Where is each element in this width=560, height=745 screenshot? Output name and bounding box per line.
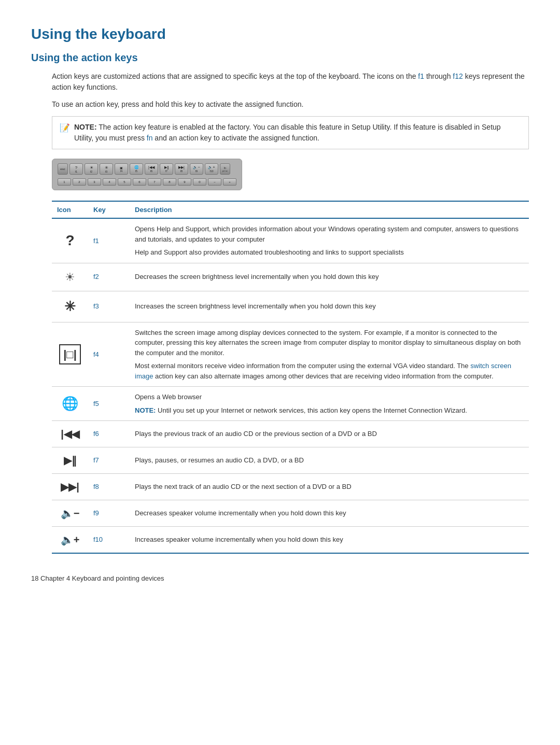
table-row: ?f1Opens Help and Support, which provide… <box>52 218 529 263</box>
icon-cell: ▶‖ <box>52 447 88 474</box>
table-row: 🌐f5Opens a Web browserNOTE: Until you se… <box>52 387 529 421</box>
desc-text: Plays, pauses, or resumes an audio CD, a… <box>135 455 524 466</box>
note-content: NOTE: The action key feature is enabled … <box>74 122 521 144</box>
desc-text: Plays the next track of an audio CD or t… <box>135 482 524 492</box>
table-row: ▶‖f7Plays, pauses, or resumes an audio C… <box>52 447 529 474</box>
num1-key: 1 <box>58 178 71 186</box>
key-cell: f9 <box>88 500 130 527</box>
icon-cell: |◀◀ <box>52 421 88 447</box>
key-cell: f5 <box>88 387 130 421</box>
table-row: ▶▶|f8Plays the next track of an audio CD… <box>52 474 529 500</box>
key-cell: f1 <box>88 218 130 263</box>
col-header-icon: Icon <box>52 201 88 218</box>
desc-cell: Plays, pauses, or resumes an audio CD, a… <box>130 447 529 474</box>
f9-key: 🔈−f9 <box>190 163 203 175</box>
num3-key: 3 <box>88 178 101 186</box>
desc-text: Plays the previous track of an audio CD … <box>135 429 524 439</box>
f6-key: |◀◀f6 <box>145 163 158 175</box>
desc-text: Switches the screen image among display … <box>135 328 524 382</box>
key-cell: f10 <box>88 527 130 554</box>
footer-text: 18 Chapter 4 Keyboard and pointing devic… <box>31 574 164 582</box>
key-cell: f4 <box>88 322 130 387</box>
desc-text: Decreases the screen brightness level in… <box>135 272 524 282</box>
table-row: 🔈−f9Decreases speaker volume incremental… <box>52 500 529 527</box>
icon-cell: ▶▶| <box>52 474 88 500</box>
icon-cell: |□| <box>52 322 88 387</box>
key-cell: f8 <box>88 474 130 500</box>
desc-text: Decreases speaker volume incrementally w… <box>135 508 524 518</box>
intro-paragraph-2: To use an action key, press and hold thi… <box>52 99 529 110</box>
plus-key: + <box>223 178 236 186</box>
f7-key: ▶‖f7 <box>160 163 173 175</box>
col-header-key: Key <box>88 201 130 218</box>
f2-key: ☀f2 <box>85 163 98 175</box>
note-label: NOTE: <box>74 123 97 131</box>
desc-cell: Decreases the screen brightness level in… <box>130 263 529 291</box>
desc-cell: Switches the screen image among display … <box>130 322 529 387</box>
content-block: Action keys are customized actions that … <box>52 71 529 554</box>
table-row: ☀f2Decreases the screen brightness level… <box>52 263 529 291</box>
minus-key: − <box>208 178 221 186</box>
f12-link[interactable]: f12 <box>453 72 463 80</box>
desc-cell: Plays the previous track of an audio CD … <box>130 421 529 447</box>
action-keys-table: Icon Key Description ?f1Opens Help and S… <box>52 201 529 554</box>
f1-link[interactable]: f1 <box>418 72 424 80</box>
table-row: |◀◀f6Plays the previous track of an audi… <box>52 421 529 447</box>
desc-cell: Decreases speaker volume incrementally w… <box>130 500 529 527</box>
desc-cell: Opens Help and Support, which provides i… <box>130 218 529 263</box>
intro-paragraph-1: Action keys are customized actions that … <box>52 71 529 93</box>
desc-text: Increases the screen brightness level in… <box>135 301 524 312</box>
table-row: 🔈+f10Increases speaker volume incrementa… <box>52 527 529 554</box>
function-key-row: esc ?f1 ☀f2 ✳f3 ▣f4 🌐f5 |◀◀f6 ▶‖f7 ▶▶|f8… <box>58 163 236 175</box>
f8-key: ▶▶|f8 <box>175 163 188 175</box>
note-box: 📝 NOTE: The action key feature is enable… <box>52 116 529 149</box>
f1-key: ?f1 <box>69 163 83 175</box>
icon-cell: 🔈− <box>52 500 88 527</box>
col-header-desc: Description <box>130 201 529 218</box>
f10-key: 🔈+f10 <box>205 163 218 175</box>
switch-screen-image-link[interactable]: switch screen image <box>135 362 511 380</box>
keyboard-image: esc ?f1 ☀f2 ✳f3 ▣f4 🌐f5 |◀◀f6 ▶‖f7 ▶▶|f8… <box>52 159 242 190</box>
footer: 18 Chapter 4 Keyboard and pointing devic… <box>31 574 529 582</box>
desc-cell: Increases the screen brightness level in… <box>130 291 529 322</box>
sub-desc: Help and Support also provides automated… <box>135 247 524 258</box>
sub-desc: NOTE: Until you set up your Internet or … <box>135 405 524 416</box>
note-text-2: and an action key to activate the assign… <box>152 134 319 142</box>
fn-link[interactable]: fn <box>147 134 153 142</box>
number-key-row: 1 2 3 4 5 6 7 8 9 0 − + <box>58 178 236 186</box>
num7-key: 7 <box>148 178 161 186</box>
esc-key: esc <box>58 163 68 175</box>
key-cell: f2 <box>88 263 130 291</box>
sub-desc: Most external monitors receive video inf… <box>135 361 524 381</box>
intro-text-mid: through <box>424 72 453 80</box>
num5-key: 5 <box>118 178 131 186</box>
desc-cell: Plays the next track of an audio CD or t… <box>130 474 529 500</box>
key-cell: f3 <box>88 291 130 322</box>
table-row: ✳f3Increases the screen brightness level… <box>52 291 529 322</box>
intro-text-1: Action keys are customized actions that … <box>52 72 418 80</box>
num0-key: 0 <box>193 178 206 186</box>
desc-text: Opens Help and Support, which provides i… <box>135 224 524 258</box>
num8-key: 8 <box>163 178 176 186</box>
fn-key: fnprt sc <box>220 163 230 175</box>
desc-cell: Opens a Web browserNOTE: Until you set u… <box>130 387 529 421</box>
note-icon: 📝 <box>60 122 70 134</box>
icon-cell: ✳ <box>52 291 88 322</box>
f3-key: ✳f3 <box>100 163 113 175</box>
icon-cell: ? <box>52 218 88 263</box>
desc-text: Opens a Web browserNOTE: Until you set u… <box>135 392 524 415</box>
icon-cell: 🔈+ <box>52 527 88 554</box>
key-cell: f7 <box>88 447 130 474</box>
page-title: Using the keyboard <box>31 26 529 43</box>
f4-key: ▣f4 <box>115 163 128 175</box>
num6-key: 6 <box>133 178 146 186</box>
table-row: |□|f4Switches the screen image among dis… <box>52 322 529 387</box>
key-cell: f6 <box>88 421 130 447</box>
icon-cell: ☀ <box>52 263 88 291</box>
section-title: Using the action keys <box>31 52 529 64</box>
num2-key: 2 <box>73 178 86 186</box>
icon-cell: 🌐 <box>52 387 88 421</box>
num9-key: 9 <box>178 178 191 186</box>
num4-key: 4 <box>103 178 116 186</box>
desc-text: Increases speaker volume incrementally w… <box>135 535 524 545</box>
